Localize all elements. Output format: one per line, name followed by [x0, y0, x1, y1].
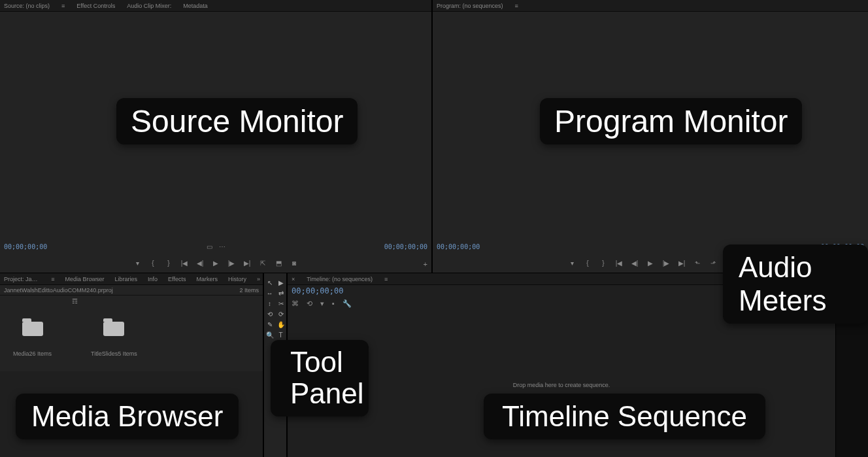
- source-add-button-icon[interactable]: +: [424, 260, 427, 268]
- folder-count: 26 Items: [29, 350, 52, 357]
- slide-tool-icon[interactable]: ⟳: [275, 309, 286, 319]
- tab-effect-controls[interactable]: Effect Controls: [74, 1, 118, 10]
- marker-icon[interactable]: ▾: [133, 259, 141, 267]
- tab-menu-icon[interactable]: ≡: [59, 1, 67, 10]
- source-timecode-left[interactable]: 00;00;00;00: [4, 243, 47, 250]
- add-marker-icon[interactable]: ▾: [320, 299, 324, 308]
- marker-icon[interactable]: ▾: [568, 259, 576, 267]
- tab-metadata[interactable]: Metadata: [180, 1, 210, 10]
- folder-count: 5 Items: [118, 350, 137, 357]
- tab-effects[interactable]: Effects: [165, 275, 188, 284]
- mark-out-icon[interactable]: }: [599, 259, 607, 267]
- step-forward-icon[interactable]: |▶: [662, 259, 670, 267]
- go-to-in-icon[interactable]: |◀: [180, 259, 188, 267]
- program-add-button-icon[interactable]: +: [860, 260, 864, 268]
- snap-icon[interactable]: ⌘: [292, 299, 299, 308]
- export-frame-icon[interactable]: ◙: [725, 259, 733, 267]
- zoom-tool-icon[interactable]: 🔍: [264, 330, 275, 340]
- program-timecode-left[interactable]: 00;00;00;00: [437, 243, 480, 250]
- overwrite-icon[interactable]: ⬒: [275, 259, 282, 267]
- project-item-count: 2 Items: [239, 287, 259, 294]
- program-monitor-viewport: 00;00;00;00 00;00;00;00 ▾ { } |◀ ◀| ▶ |▶…: [433, 12, 868, 273]
- go-to-out-icon[interactable]: ▶|: [678, 259, 686, 267]
- program-transport: ▾ { } |◀ ◀| ▶ |▶ ▶| ⬑ ⬏ ◙: [433, 256, 868, 270]
- project-panel: Project: JannetWalshEdittoAudioCOMM240 ≡…: [0, 273, 264, 457]
- fit-icon[interactable]: ▭: [207, 243, 212, 250]
- tab-menu-icon[interactable]: ≡: [512, 1, 521, 10]
- project-folder-grid: Media 26 Items TitleSlides 5 Items: [0, 306, 263, 371]
- tab-timeline[interactable]: Timeline: (no sequences): [304, 275, 375, 284]
- project-tabbar: Project: JannetWalshEdittoAudioCOMM240 ≡…: [0, 273, 263, 285]
- program-timecode-right: 00;00;00;00: [821, 243, 864, 250]
- source-transport: ▾ { } |◀ ◀| ▶ |▶ ▶| ⇱ ⬒ ◙: [0, 256, 431, 270]
- timeline-settings-icon[interactable]: ▪: [332, 299, 335, 308]
- source-monitor-panel: Source: (no clips) ≡ Effect Controls Aud…: [0, 0, 433, 273]
- settings-dots-icon[interactable]: ⋯: [219, 243, 225, 250]
- close-icon[interactable]: ×: [289, 275, 297, 284]
- go-to-in-icon[interactable]: |◀: [615, 259, 623, 267]
- overflow-icon[interactable]: »: [254, 275, 263, 284]
- ripple-edit-tool-icon[interactable]: ↔: [264, 288, 275, 298]
- play-icon[interactable]: ▶: [212, 259, 220, 267]
- rolling-edit-tool-icon[interactable]: ⇄: [275, 288, 286, 298]
- tab-project[interactable]: Project: JannetWalshEdittoAudioCOMM240: [1, 275, 43, 284]
- track-select-tool-icon[interactable]: ▶: [275, 277, 286, 288]
- tab-program[interactable]: Program: (no sequences): [434, 1, 506, 10]
- breadcrumb-icon[interactable]: ☶: [72, 297, 78, 305]
- mark-in-icon[interactable]: {: [584, 259, 592, 267]
- hand-tool-icon[interactable]: ✋: [275, 319, 286, 330]
- audio-meters-panel: [835, 273, 868, 457]
- tab-media-browser[interactable]: Media Browser: [63, 275, 107, 284]
- tab-audio-clip-mixer[interactable]: Audio Clip Mixer:: [124, 1, 174, 10]
- tool-panel: ↖ ▶ ↔ ⇄ ↕ ✂ ⟲ ⟳ ✎ ✋ 🔍 T: [264, 273, 288, 457]
- pen-tool-icon[interactable]: ✎: [264, 319, 275, 330]
- tab-libraries[interactable]: Libraries: [112, 275, 141, 284]
- source-timecode-right: 00;00;00;00: [384, 243, 427, 250]
- linked-selection-icon[interactable]: ⟲: [307, 299, 312, 308]
- rate-stretch-tool-icon[interactable]: ↕: [264, 298, 275, 309]
- timeline-timecode[interactable]: 00;00;00;00: [288, 285, 835, 297]
- folder-icon: [103, 322, 124, 336]
- razor-tool-icon[interactable]: ✂: [275, 298, 286, 309]
- mark-in-icon[interactable]: {: [149, 259, 157, 267]
- go-to-out-icon[interactable]: ▶|: [243, 259, 251, 267]
- tab-history[interactable]: History: [225, 275, 249, 284]
- source-monitor-viewport: 00;00;00;00 ▭ ⋯ 00;00;00;00 ▾ { } |◀ ◀| …: [0, 12, 431, 273]
- lift-icon[interactable]: ⬑: [693, 259, 701, 267]
- program-tabbar: Program: (no sequences) ≡: [433, 0, 868, 12]
- folder-name: TitleSlides: [91, 350, 118, 357]
- tab-menu-icon[interactable]: ≡: [48, 275, 57, 284]
- slip-tool-icon[interactable]: ⟲: [264, 309, 275, 319]
- tab-source[interactable]: Source: (no clips): [1, 1, 52, 10]
- folder-media[interactable]: Media 26 Items: [13, 319, 52, 358]
- insert-icon[interactable]: ⇱: [259, 259, 267, 267]
- wrench-icon[interactable]: 🔧: [342, 299, 352, 308]
- folder-icon: [22, 322, 43, 336]
- project-filename: JannetWalshEdittoAudioCOMM240.prproj: [4, 287, 113, 294]
- step-back-icon[interactable]: ◀|: [196, 259, 204, 267]
- timeline-drop-hint: Drop media here to create sequence.: [288, 382, 835, 388]
- export-frame-icon[interactable]: ◙: [290, 259, 298, 267]
- selection-tool-icon[interactable]: ↖: [264, 277, 275, 288]
- tab-info[interactable]: Info: [145, 275, 160, 284]
- program-monitor-panel: Program: (no sequences) ≡ 00;00;00;00 00…: [433, 0, 868, 273]
- tab-menu-icon[interactable]: ≡: [382, 275, 390, 284]
- folder-titleslides[interactable]: TitleSlides 5 Items: [91, 319, 137, 358]
- type-tool-icon[interactable]: T: [275, 330, 286, 340]
- extract-icon[interactable]: ⬏: [709, 259, 717, 267]
- tab-markers[interactable]: Markers: [193, 275, 220, 284]
- source-tabbar: Source: (no clips) ≡ Effect Controls Aud…: [0, 0, 431, 12]
- step-back-icon[interactable]: ◀|: [631, 259, 639, 267]
- timeline-panel: × Timeline: (no sequences) ≡ 00;00;00;00…: [288, 273, 835, 457]
- step-forward-icon[interactable]: |▶: [227, 259, 235, 267]
- mark-out-icon[interactable]: }: [165, 259, 173, 267]
- folder-name: Media: [13, 350, 29, 357]
- play-icon[interactable]: ▶: [646, 259, 654, 267]
